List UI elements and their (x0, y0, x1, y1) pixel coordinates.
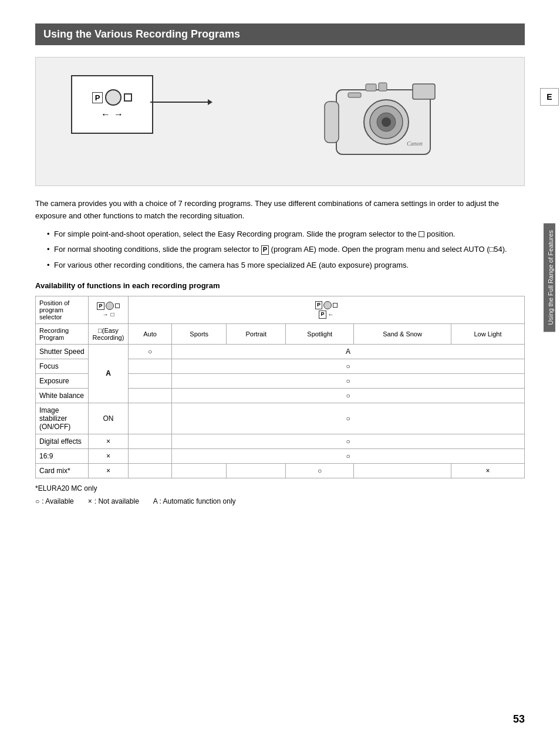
position-label: Position of program selector (39, 299, 69, 320)
mini-dial2-icon (323, 301, 332, 309)
selector-icons-row: P (92, 89, 133, 106)
table-row: Card mix* × ○ × (36, 463, 525, 478)
section-heading: Availability of functions in each record… (35, 281, 525, 290)
square-small: □ (110, 311, 114, 318)
svg-rect-10 (348, 93, 361, 97)
rec-prog-label-cell: Recording Program (36, 323, 89, 344)
other-val: ○ (172, 388, 525, 403)
page-title: Using the Various Recording Programs (35, 23, 525, 45)
not-available-symbol: × (88, 497, 92, 505)
bullet-item-2: For normal shooting conditions, slide th… (47, 244, 525, 256)
available-label: : Available (42, 497, 74, 505)
auto-val (129, 388, 172, 403)
sidebar-e-label: E (540, 88, 559, 106)
p-mode-pos-cell: P P ← (129, 296, 525, 323)
easy-val: ON (89, 403, 129, 434)
sand-snow-val (354, 463, 451, 478)
other-val: ○ (172, 373, 525, 388)
available-symbol: ○ (35, 497, 39, 505)
portrait-cell: Portrait (227, 323, 286, 344)
easy-pos-diagram: P → □ (92, 302, 124, 318)
svg-rect-7 (325, 102, 339, 143)
sports-val (172, 463, 227, 478)
feature-label: White balance (36, 388, 89, 403)
table-row: 16:9 × ○ (36, 448, 525, 463)
camera-image-area: P ← → Canon (35, 57, 525, 186)
camera-svg: Canon (289, 66, 454, 178)
left-arrow-small: ← (328, 311, 334, 318)
feature-label: Shutter Speed (36, 344, 89, 359)
table-row: Shutter Speed A ○ A (36, 344, 525, 359)
mini-p2-icon: P (315, 301, 322, 309)
spotlight-cell: Spotlight (286, 323, 354, 344)
right-arrow: → (114, 109, 123, 120)
auto-val (129, 463, 172, 478)
legend-available: ○ : Available (35, 497, 74, 505)
right-arrow-small: → (102, 311, 108, 318)
not-available-label: : Not available (95, 497, 139, 505)
auto-cell: Auto (129, 323, 172, 344)
legend-not-available: × : Not available (88, 497, 139, 505)
svg-rect-8 (366, 84, 376, 91)
feature-label: Digital effects (36, 434, 89, 448)
svg-rect-9 (379, 83, 387, 91)
other-val: ○ (172, 434, 525, 448)
legend: ○ : Available × : Not available A : Auto… (35, 497, 525, 505)
feature-label: Exposure (36, 373, 89, 388)
table-header-row-1: Position of program selector P → □ (36, 296, 525, 323)
intro-paragraph: The camera provides you with a choice of… (35, 198, 525, 222)
sidebar-vertical-text: Using the Full Range of Features (544, 223, 555, 332)
table-row: Digital effects × ○ (36, 434, 525, 448)
auto-val (129, 448, 172, 463)
other-val: ○ (172, 359, 525, 373)
feature-label: Card mix* (36, 463, 89, 478)
easy-val: × (89, 463, 129, 478)
mini-square2-icon (333, 303, 338, 308)
availability-table: Position of program selector P → □ (35, 296, 525, 478)
low-light-val: × (451, 463, 524, 478)
other-val: ○ (172, 448, 525, 463)
footnote: *ELURA20 MC only (35, 484, 525, 492)
auto-val (129, 359, 172, 373)
dial-icon (105, 89, 122, 106)
easy-val: × (89, 448, 129, 463)
p-icon: P (92, 92, 103, 103)
sports-cell: Sports (172, 323, 227, 344)
spotlight-val: ○ (286, 463, 354, 478)
other-val: A (172, 344, 525, 359)
mini-p-icon: P (97, 302, 104, 311)
selector-arrows: ← → (101, 109, 123, 120)
feature-label: 16:9 (36, 448, 89, 463)
page-container: E Using the Full Range of Features Using… (0, 0, 560, 749)
feature-label: Image stabilizer (ON/OFF) (36, 403, 89, 434)
feature-label: Focus (36, 359, 89, 373)
other-val: ○ (172, 403, 525, 434)
easy-rec-cell: □(Easy Recording) (89, 323, 129, 344)
legend-automatic: A : Automatic function only (153, 497, 236, 505)
svg-point-4 (382, 117, 391, 127)
table-row: Image stabilizer (ON/OFF) ON ○ (36, 403, 525, 434)
bullet-list: For simple point-and-shoot operation, se… (47, 228, 525, 272)
position-header-cell: Position of program selector (36, 296, 89, 323)
right-sidebar: E Using the Full Range of Features (539, 0, 560, 749)
portrait-val (227, 463, 286, 478)
svg-rect-5 (413, 84, 435, 99)
auto-val (129, 403, 172, 434)
mini-dial-icon (106, 302, 114, 310)
low-light-cell: Low Light (451, 323, 524, 344)
square-icon (124, 93, 132, 102)
mini-square-icon (115, 303, 120, 308)
bullet-item-3: For various other recording conditions, … (47, 259, 525, 272)
p-mode-diagram: P P ← (132, 301, 521, 319)
auto-val (129, 373, 172, 388)
arrow-line (150, 102, 209, 103)
left-arrow: ← (101, 109, 110, 120)
easy-val: × (89, 434, 129, 448)
program-selector-diagram: P ← → (71, 75, 153, 134)
svg-text:Canon: Canon (407, 140, 423, 147)
table-header-row-2: Recording Program □(Easy Recording) Auto… (36, 323, 525, 344)
automatic-label: A : Automatic function only (153, 497, 236, 505)
p-symbol: P (261, 245, 269, 254)
camera-image: Canon (289, 66, 454, 180)
square-symbol (419, 231, 424, 237)
